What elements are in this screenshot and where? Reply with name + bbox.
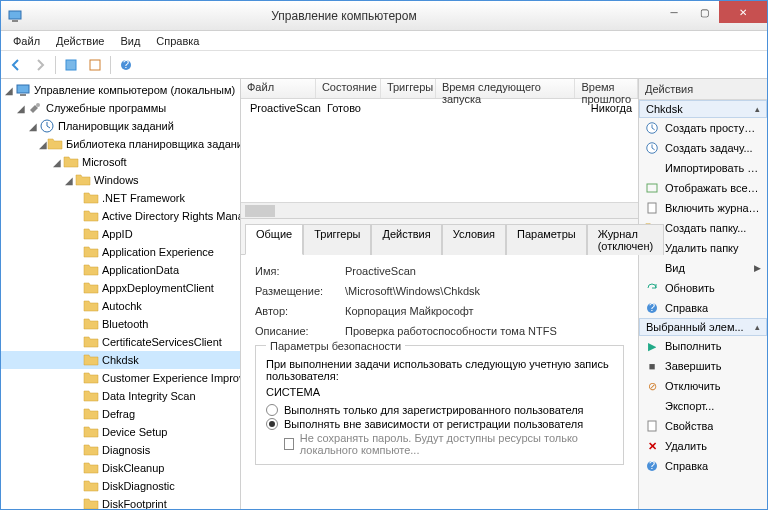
back-button[interactable] (5, 54, 27, 76)
action-свойства[interactable]: Свойства (639, 416, 767, 436)
svg-rect-9 (648, 203, 656, 213)
tree-item-certificateservicesclient[interactable]: CertificateServicesClient (1, 333, 240, 351)
actions-group-selected[interactable]: Выбранный элем...▴ (639, 318, 767, 336)
tool-btn-1[interactable] (60, 54, 82, 76)
grid-header[interactable]: Файл Состояние Триггеры Время следующего… (241, 79, 638, 99)
svg-rect-8 (647, 184, 657, 192)
task-icon (645, 121, 659, 135)
svg-text:?: ? (123, 58, 129, 70)
play-icon: ▶ (645, 339, 659, 353)
task-icon (645, 141, 659, 155)
app-icon (7, 8, 23, 24)
tree-l4[interactable]: ◢Microsoft (1, 153, 240, 171)
tab-conditions[interactable]: Условия (442, 224, 506, 255)
menu-help[interactable]: Справка (148, 33, 207, 49)
tree-item-defrag[interactable]: Defrag (1, 405, 240, 423)
tree-l1[interactable]: ◢Служебные программы (1, 99, 240, 117)
help-icon: ? (645, 301, 659, 315)
toolbar: ? (1, 51, 767, 79)
blank-icon (645, 399, 659, 413)
action-импортировать-за-[interactable]: Импортировать за... (639, 158, 767, 178)
action-справка[interactable]: ?Справка (639, 298, 767, 318)
detail-tabs: Общие Триггеры Действия Условия Параметр… (241, 219, 638, 255)
tree-item-applicationdata[interactable]: ApplicationData (1, 261, 240, 279)
svg-text:?: ? (649, 301, 655, 313)
menu-view[interactable]: Вид (112, 33, 148, 49)
menubar: Файл Действие Вид Справка (1, 31, 767, 51)
tab-params[interactable]: Параметры (506, 224, 587, 255)
help-button[interactable]: ? (115, 54, 137, 76)
tab-general[interactable]: Общие (245, 224, 303, 255)
tree-item-diskcleanup[interactable]: DiskCleanup (1, 459, 240, 477)
tree-root[interactable]: ◢Управление компьютером (локальным) (1, 81, 240, 99)
stop-icon: ■ (645, 359, 659, 373)
grid-scrollbar[interactable] (241, 202, 638, 218)
tree-item-appid[interactable]: AppID (1, 225, 240, 243)
maximize-button[interactable]: ▢ (689, 1, 719, 23)
tree-item-autochk[interactable]: Autochk (1, 297, 240, 315)
tree-item-data-integrity-scan[interactable]: Data Integrity Scan (1, 387, 240, 405)
props-icon (645, 419, 659, 433)
disable-icon: ⊘ (645, 379, 659, 393)
tool-btn-2[interactable] (84, 54, 106, 76)
actions-panel: Действия Chkdsk▴ Создать простую з...Соз… (639, 79, 767, 509)
blank-icon (645, 161, 659, 175)
check-nopwd[interactable]: Не сохранять пароль. Будут доступны ресу… (284, 432, 613, 456)
security-fieldset: Параметры безопасности При выполнении за… (255, 345, 624, 465)
action-завершить[interactable]: ■Завершить (639, 356, 767, 376)
action-отображать-все-в-[interactable]: Отображать все в... (639, 178, 767, 198)
all-icon (645, 181, 659, 195)
blank-icon (645, 261, 659, 275)
grid-row[interactable]: ProactiveScan Готово Никогда (241, 99, 638, 117)
tree-item-diskfootprint[interactable]: DiskFootprint (1, 495, 240, 509)
tree-item-active-directory-rights-manager[interactable]: Active Directory Rights Manager (1, 207, 240, 225)
svg-rect-4 (66, 60, 76, 70)
minimize-button[interactable]: ─ (659, 1, 689, 23)
detail-pane: Имя:ProactiveScan Размещение:\Microsoft\… (241, 255, 638, 509)
tree-item-chkdsk[interactable]: Chkdsk (1, 351, 240, 369)
actions-group-chkdsk[interactable]: Chkdsk▴ (639, 100, 767, 118)
action-включить-журнал-[interactable]: Включить журнал... (639, 198, 767, 218)
titlebar: Управление компьютером ─ ▢ ✕ (1, 1, 767, 31)
tab-log[interactable]: Журнал (отключен) (587, 224, 665, 255)
tree-l2[interactable]: ◢Планировщик заданий (1, 117, 240, 135)
help-icon: ? (645, 459, 659, 473)
tree-item-appxdeploymentclient[interactable]: AppxDeploymentClient (1, 279, 240, 297)
menu-file[interactable]: Файл (5, 33, 48, 49)
action-выполнить[interactable]: ▶Выполнить (639, 336, 767, 356)
action-справка[interactable]: ?Справка (639, 456, 767, 476)
tree-item-diskdiagnostic[interactable]: DiskDiagnostic (1, 477, 240, 495)
tree-item-bluetooth[interactable]: Bluetooth (1, 315, 240, 333)
tree-item-diagnosis[interactable]: Diagnosis (1, 441, 240, 459)
action-экспорт-[interactable]: Экспорт... (639, 396, 767, 416)
tree-panel[interactable]: ◢Управление компьютером (локальным) ◢Слу… (1, 79, 241, 509)
radio-any[interactable]: Выполнять вне зависимости от регистрации… (266, 418, 613, 430)
action-вид[interactable]: Вид▶ (639, 258, 767, 278)
svg-rect-12 (648, 421, 656, 431)
delete-icon: ✕ (645, 439, 659, 453)
tab-triggers[interactable]: Триггеры (303, 224, 371, 255)
tree-l3[interactable]: ◢Библиотека планировщика заданий (1, 135, 240, 153)
menu-action[interactable]: Действие (48, 33, 112, 49)
tree-l5[interactable]: ◢Windows (1, 171, 240, 189)
tree-item--net-framework[interactable]: .NET Framework (1, 189, 240, 207)
tree-item-customer-experience-improvem[interactable]: Customer Experience Improvem (1, 369, 240, 387)
actions-header: Действия (639, 79, 767, 100)
action-создать-простую-з-[interactable]: Создать простую з... (639, 118, 767, 138)
window-title: Управление компьютером (29, 9, 659, 23)
svg-rect-5 (90, 60, 100, 70)
radio-logged-on[interactable]: Выполнять только для зарегистрированного… (266, 404, 613, 416)
task-grid: Файл Состояние Триггеры Время следующего… (241, 79, 638, 219)
svg-text:?: ? (649, 459, 655, 471)
action-создать-задачу-[interactable]: Создать задачу... (639, 138, 767, 158)
center-panel: Файл Состояние Триггеры Время следующего… (241, 79, 639, 509)
action-удалить[interactable]: ✕Удалить (639, 436, 767, 456)
forward-button[interactable] (29, 54, 51, 76)
action-отключить[interactable]: ⊘Отключить (639, 376, 767, 396)
log-icon (645, 201, 659, 215)
tree-item-application-experience[interactable]: Application Experience (1, 243, 240, 261)
tab-actions[interactable]: Действия (371, 224, 441, 255)
tree-item-device-setup[interactable]: Device Setup (1, 423, 240, 441)
action-обновить[interactable]: Обновить (639, 278, 767, 298)
close-button[interactable]: ✕ (719, 1, 767, 23)
